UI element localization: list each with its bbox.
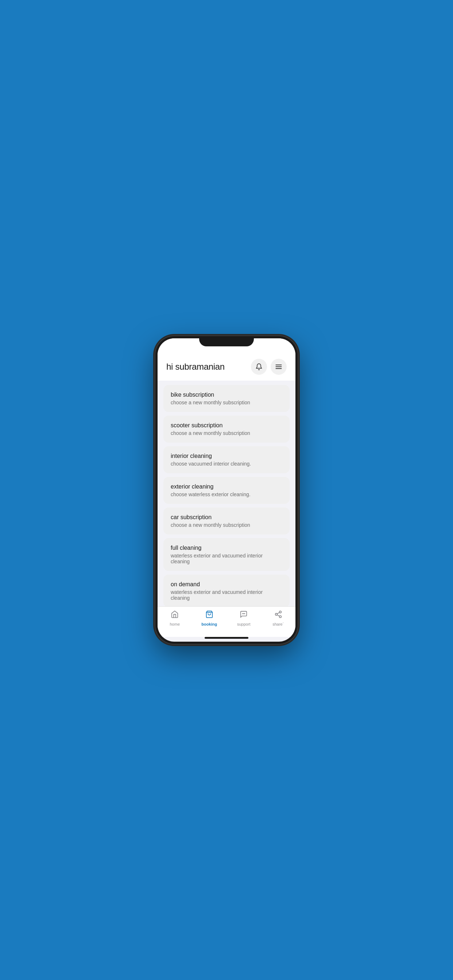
service-card-interior-cleaning[interactable]: interior cleaningchoose vacuumed interio… <box>163 446 290 473</box>
menu-button[interactable] <box>271 359 287 375</box>
svg-line-11 <box>277 612 279 614</box>
header: hi subramanian <box>158 355 295 380</box>
booking-icon <box>205 610 214 620</box>
nav-label-booking: booking <box>201 622 217 626</box>
service-card-exterior-cleaning[interactable]: exterior cleaningchoose waterless exteri… <box>163 477 290 504</box>
card-subtitle-full-cleaning: waterless exterior and vacuumed interior… <box>171 553 282 565</box>
nav-label-support: support <box>237 622 250 626</box>
nav-label-share: share` <box>273 622 284 626</box>
menu-icon <box>275 363 282 371</box>
home-indicator <box>205 637 248 639</box>
greeting-text: hi subramanian <box>166 362 225 372</box>
card-subtitle-on-demand: waterless exterior and vacuumed interior… <box>171 589 282 601</box>
phone-frame: hi subramanian <box>155 336 298 644</box>
card-title-exterior-cleaning: exterior cleaning <box>171 484 282 490</box>
service-card-on-demand[interactable]: on demandwaterless exterior and vacuumed… <box>163 574 290 606</box>
nav-item-booking[interactable]: booking <box>192 610 227 626</box>
phone-notch <box>199 336 254 346</box>
bottom-nav: home booking <box>158 606 295 637</box>
services-list: bike subscriptionchoose a new monthly su… <box>158 380 295 606</box>
nav-item-share[interactable]: share` <box>261 610 296 626</box>
service-card-car-subscription[interactable]: car subscriptionchoose a new monthly sub… <box>163 508 290 535</box>
card-subtitle-exterior-cleaning: choose waterless exterior cleaning. <box>171 492 282 497</box>
nav-label-home: home <box>170 622 180 626</box>
notification-button[interactable] <box>251 359 267 375</box>
service-card-full-cleaning[interactable]: full cleaningwaterless exterior and vacu… <box>163 538 290 571</box>
home-icon <box>171 610 179 620</box>
card-title-on-demand: on demand <box>171 581 282 588</box>
service-card-bike-subscription[interactable]: bike subscriptionchoose a new monthly su… <box>163 385 290 412</box>
card-subtitle-interior-cleaning: choose vacuumed interior cleaning. <box>171 461 282 467</box>
content-area: hi subramanian <box>158 355 295 606</box>
bell-icon <box>255 363 263 371</box>
card-subtitle-car-subscription: choose a new monthly subscription <box>171 522 282 528</box>
card-title-bike-subscription: bike subscription <box>171 391 282 398</box>
nav-item-home[interactable]: home <box>158 610 192 626</box>
card-title-car-subscription: car subscription <box>171 514 282 520</box>
card-subtitle-scooter-subscription: choose a new monthly subscription <box>171 430 282 436</box>
service-card-scooter-subscription[interactable]: scooter subscriptionchoose a new monthly… <box>163 415 290 442</box>
card-title-scooter-subscription: scooter subscription <box>171 422 282 429</box>
card-title-full-cleaning: full cleaning <box>171 545 282 551</box>
phone-screen: hi subramanian <box>158 338 295 642</box>
card-subtitle-bike-subscription: choose a new monthly subscription <box>171 399 282 406</box>
svg-line-10 <box>277 615 279 616</box>
card-title-interior-cleaning: interior cleaning <box>171 453 282 460</box>
nav-item-support[interactable]: support <box>226 610 261 626</box>
support-icon <box>239 610 248 620</box>
header-icons <box>251 359 287 375</box>
share-icon <box>274 610 282 620</box>
